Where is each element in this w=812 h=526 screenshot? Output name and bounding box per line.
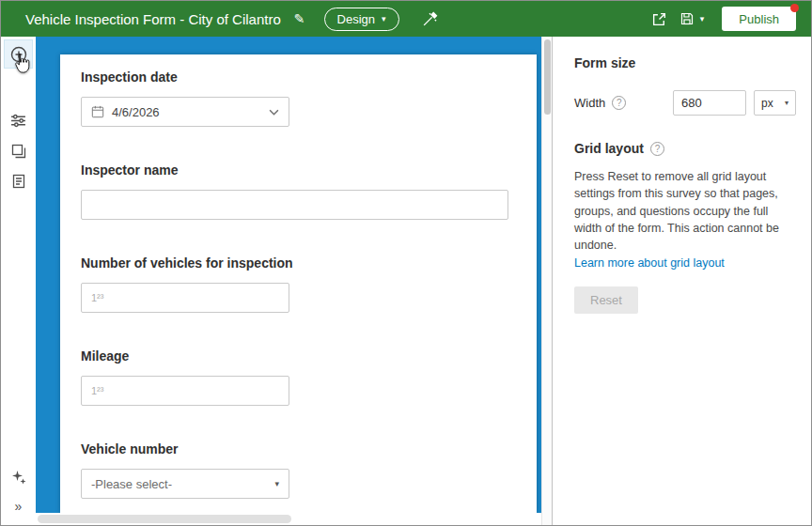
toolbar-group <box>5 107 32 194</box>
question-label: Mileage <box>81 348 516 364</box>
app-window: Vehicle Inspection Form - City of Cilant… <box>0 0 812 526</box>
preview-icon[interactable] <box>651 11 667 27</box>
tools-icon[interactable] <box>422 11 438 27</box>
grid-layout-description: Press Reset to remove all grid layout se… <box>574 168 796 254</box>
vertical-scrollbar-thumb[interactable] <box>544 39 551 115</box>
number-input[interactable]: 1²³ <box>81 376 289 406</box>
design-menu-button[interactable]: Design ▾ <box>324 8 399 31</box>
question-inspection-date[interactable]: 1 Inspection date 4/6/2026 <box>81 70 516 127</box>
save-icon[interactable] <box>679 11 695 26</box>
unit-select[interactable]: px ▾ <box>754 90 796 116</box>
inspector-name-input[interactable] <box>81 190 508 220</box>
grid-layout-title-row: Grid layout ? <box>574 141 796 156</box>
edit-title-icon[interactable]: ✎ <box>294 11 305 26</box>
add-question-button[interactable] <box>5 40 32 68</box>
number-type-icon: 1²³ <box>91 292 103 303</box>
caret-down-icon: ▾ <box>382 14 386 23</box>
main-area: » 1 Inspection date <box>1 37 811 525</box>
caret-down-icon: ▾ <box>785 99 789 107</box>
toolbar-bottom: » <box>5 463 32 519</box>
chevrons-right-icon: » <box>15 499 23 514</box>
theme-layers-button[interactable] <box>5 137 32 164</box>
appearance-settings-button[interactable] <box>5 107 32 134</box>
number-type-icon: 1²³ <box>91 385 103 396</box>
expand-toolbar-button[interactable]: » <box>5 492 32 519</box>
header-actions: ▾ Publish <box>651 7 796 31</box>
question-inspector-name[interactable]: 2 Inspector name <box>81 162 516 220</box>
date-input[interactable]: 4/6/2026 <box>81 97 289 127</box>
chevron-down-icon <box>269 109 279 116</box>
grid-layout-help-icon[interactable]: ? <box>650 142 664 156</box>
save-menu-caret-icon[interactable]: ▾ <box>700 14 705 23</box>
number-input[interactable]: 1²³ <box>81 283 289 313</box>
select-value: -Please select- <box>91 477 172 491</box>
form-size-title: Form size <box>574 55 796 70</box>
form-outline-button[interactable] <box>5 167 32 194</box>
left-toolbar: » <box>1 37 36 525</box>
width-label: Width <box>574 96 605 110</box>
settings-panel: Form size Width ? px ▾ Grid layout ? Pre… <box>552 37 811 525</box>
grid-layout-learn-more-link[interactable]: Learn more about grid layout <box>574 256 725 270</box>
header: Vehicle Inspection Form - City of Cilant… <box>1 1 811 37</box>
publish-button[interactable]: Publish <box>722 7 796 31</box>
select-input[interactable]: -Please select- ▾ <box>81 469 289 499</box>
grid-layout-title: Grid layout <box>574 141 644 156</box>
question-label: Number of vehicles for inspection <box>81 255 516 271</box>
horizontal-scrollbar[interactable] <box>36 513 541 525</box>
notification-dot <box>790 4 799 12</box>
page-title: Vehicle Inspection Form - City of Cilant… <box>25 11 281 27</box>
reset-button[interactable]: Reset <box>574 286 638 314</box>
unit-value: px <box>761 97 773 110</box>
question-vehicle-number[interactable]: 5 Vehicle number -Please select- ▾ <box>81 441 516 499</box>
question-label: Inspector name <box>81 162 516 178</box>
form-canvas: 1 Inspection date 4/6/2026 <box>36 37 541 525</box>
width-help-icon[interactable]: ? <box>612 96 626 110</box>
question-mileage[interactable]: 4 Mileage 1²³ <box>81 348 516 406</box>
date-value: 4/6/2026 <box>112 105 160 119</box>
question-label: Vehicle number <box>81 441 516 456</box>
form-page: 1 Inspection date 4/6/2026 <box>60 54 537 513</box>
caret-down-icon: ▾ <box>274 479 279 488</box>
calendar-icon <box>91 105 104 118</box>
sparkle-assistant-button[interactable] <box>5 463 32 490</box>
width-row: Width ? px ▾ <box>574 90 796 116</box>
design-label: Design <box>337 12 375 26</box>
width-input[interactable] <box>673 90 746 116</box>
horizontal-scrollbar-thumb[interactable] <box>38 515 291 523</box>
question-vehicle-count[interactable]: 3 Number of vehicles for inspection 1²³ <box>81 255 516 313</box>
question-label: Inspection date <box>81 70 516 85</box>
vertical-scrollbar[interactable] <box>541 37 552 525</box>
publish-label: Publish <box>739 12 779 26</box>
